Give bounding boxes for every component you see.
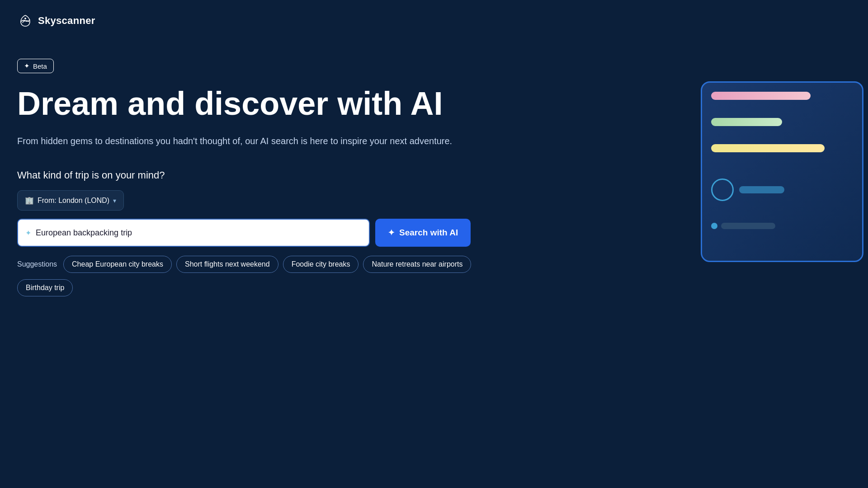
tablet-illustration [701, 81, 868, 271]
question-label: What kind of trip is on your mind? [17, 169, 471, 181]
tablet-inner [702, 83, 862, 238]
main-title: Dream and discover with AI [17, 86, 471, 122]
suggestion-chip-0[interactable]: Cheap European city breaks [63, 256, 172, 273]
suggestion-chip-2[interactable]: Foodie city breaks [283, 256, 359, 273]
suggestion-chip-birthday[interactable]: Birthday trip [17, 279, 73, 296]
suggestion-chip-1[interactable]: Short flights next weekend [176, 256, 278, 273]
chevron-down-icon: ▾ [113, 197, 116, 204]
logo-text: Skyscanner [38, 15, 95, 27]
search-sparkle-icon: ✦ [25, 229, 31, 237]
button-sparkle-icon: ✦ [388, 228, 395, 238]
suggestions-row-2: Birthday trip [17, 279, 471, 296]
search-input[interactable] [36, 228, 362, 238]
main-content: Dream and discover with AI From hidden g… [17, 86, 471, 296]
tablet-bar-2 [711, 118, 782, 126]
tablet-bar-1 [711, 92, 811, 100]
beta-badge: ✦ Beta [17, 59, 54, 73]
suggestion-chip-3[interactable]: Nature retreats near airports [363, 256, 471, 273]
search-input-wrapper: ✦ [17, 219, 370, 247]
building-icon: 🏢 [25, 196, 34, 205]
subtitle: From hidden gems to destinations you had… [17, 134, 471, 148]
tablet-small-bar [739, 186, 784, 193]
tablet-text-bar [721, 223, 775, 229]
beta-label: Beta [33, 62, 47, 70]
tablet-dot-1 [711, 223, 717, 229]
from-selector[interactable]: 🏢 From: London (LOND) ▾ [17, 190, 124, 211]
tablet-bar-3 [711, 144, 825, 152]
beta-sparkle-icon: ✦ [24, 62, 30, 70]
search-button-label: Search with AI [399, 228, 458, 238]
search-with-ai-button[interactable]: ✦ Search with AI [375, 219, 471, 247]
from-selector-text: From: London (LOND) [38, 197, 109, 205]
skyscanner-logo-icon [17, 13, 33, 29]
suggestions-label: Suggestions [17, 260, 57, 268]
tablet-frame [701, 81, 863, 262]
svg-point-0 [24, 18, 26, 19]
suggestions-row-1: Suggestions Cheap European city breaks S… [17, 256, 471, 273]
header: Skyscanner [17, 13, 95, 29]
tablet-circle [711, 178, 734, 201]
search-row: ✦ ✦ Search with AI [17, 219, 471, 247]
